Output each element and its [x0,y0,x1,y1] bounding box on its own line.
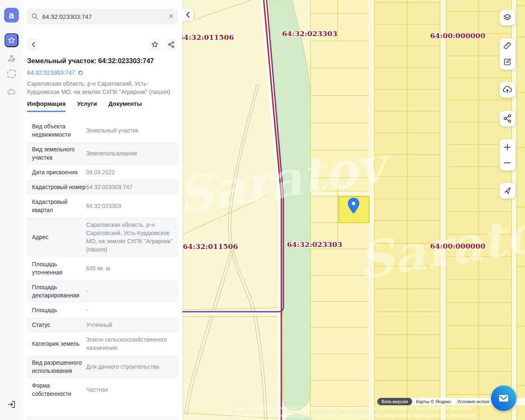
cadastral-number-link[interactable]: 64:32:023303:747 [27,69,84,76]
cad-label-011506-bottom: 64:32:011506 [183,242,238,251]
map-control-share-group [500,111,515,126]
row-label: Статус [32,321,86,329]
row-label: Дата присвоения [32,168,86,176]
dashed-square-icon [7,70,16,78]
cadastral-map[interactable]: Saratov Saratov 64:32:011506 64:32:02330… [183,0,525,420]
map-control-draw-group [500,39,515,70]
row-value: - [86,287,178,295]
table-row: Площадь уточненная635 кв. м [27,257,178,280]
object-address: Саратовская область, р-н Саратовский, Ус… [27,80,178,96]
row-label: Вид земельного участка [32,145,86,162]
row-label: Площадь [32,306,86,314]
table-row: Вид разрешенного использованияДля дачног… [27,355,178,378]
details-panel: ✕ Земельный участок: 64:32:023303:747 64… [23,0,182,420]
table-row: Площадь декларированная- [27,280,178,303]
map-control-locate-group [500,183,515,199]
feedback-chat-button[interactable] [491,386,516,411]
row-label: Площадь уточненная [32,260,86,276]
table-row: Вид земельного участкаЗемлепользование [27,142,178,165]
cadastral-number-text: 64:32:023303:747 [27,69,75,76]
map-control-layers-group [500,10,515,25]
row-label: Вид объекта недвижимости [32,122,86,139]
table-row: Категория земельЗемли сельскохозяйственн… [27,332,178,355]
table-row: Площадь- [27,303,178,317]
row-label: Категория земель [32,340,86,348]
locate-button[interactable] [500,183,515,199]
row-value: Землепользование [86,149,178,158]
measure-button[interactable] [500,39,515,54]
cloud-icon [7,87,16,97]
share-icon [502,114,512,123]
chevron-left-icon [32,42,35,47]
plus-icon [503,143,511,151]
row-value: 09.09.2022 [86,168,178,176]
edit-icon [502,57,512,67]
panel-tabs: ИнформацияУслугиДокументы [27,100,178,112]
share-icon [167,41,175,48]
minus-icon [503,159,511,167]
zoom-in-button[interactable] [500,139,515,155]
row-label: Кадастровый номер [32,183,86,191]
table-row: СтатусУчтенный [27,317,178,332]
share-map-button[interactable] [500,111,515,126]
row-label: Кадастровый квартал [32,198,86,214]
row-label: Адрес [32,233,86,241]
cad-label-000000-top: 64:00:000000 [430,32,486,40]
table-row: Вид объекта недвижимостиЗемельный участо… [27,119,178,142]
exit-icon [7,400,16,409]
object-title: Земельный участок: 64:32:023303:747 [27,57,178,65]
sidebar-item-login[interactable] [6,399,16,409]
sidebar-item-objects[interactable] [6,53,16,64]
favorite-object-button[interactable] [148,38,161,50]
attributes-table: Вид объекта недвижимостиЗемельный участо… [27,119,178,401]
cad-label-023303-bottom: 64:32:023303 [287,240,342,249]
collapse-panel-button[interactable] [182,9,193,21]
star-icon [7,36,16,44]
tab-2[interactable]: Документы [108,100,142,112]
copy-icon[interactable] [78,70,84,76]
object-header-toolbar [27,38,178,50]
sidebar-item-area-select[interactable] [6,68,16,79]
star-icon [151,41,159,48]
tab-0[interactable]: Информация [27,100,66,112]
row-value: Земли сельскохозяйственного назначения [86,336,178,352]
row-value: Саратовская область, р-н Саратовский, Ус… [86,221,178,253]
cloud-upload-button[interactable] [500,82,515,98]
ruler-icon [502,41,512,51]
sidebar-item-cloud[interactable] [6,87,16,97]
tab-1[interactable]: Услуги [77,100,97,112]
share-object-button[interactable] [165,38,177,50]
next-row-peek [27,417,178,420]
table-row: Кадастровый номер64:32:023303:747 [27,180,178,194]
map-control-upload-group [500,82,515,98]
search-input[interactable] [42,13,169,20]
zoom-controls-group [500,139,515,171]
row-value: Для дачного строительства [86,363,178,371]
terms-link[interactable]: Условия испол [457,399,489,404]
icon-rail: a [0,0,23,420]
row-value: 635 кв. м [86,264,178,272]
table-row: Форма собственностиЧастная [27,378,178,401]
search-icon [31,13,39,20]
clear-search-button[interactable]: ✕ [169,13,174,20]
search-bar: ✕ [27,9,178,24]
edit-button[interactable] [500,54,515,70]
back-button[interactable] [27,38,39,50]
zoom-out-button[interactable] [500,155,515,171]
row-value: 64:32:023303:747 [86,183,178,191]
layers-button[interactable] [500,10,515,25]
sidebar-item-favorites[interactable] [5,33,18,47]
row-label: Вид разрешенного использования [32,358,86,375]
navigation-arrow-icon [502,186,512,196]
row-label: Форма собственности [32,381,86,398]
cloud-upload-icon [502,84,513,95]
row-label: Площадь декларированная [32,283,86,299]
table-row: АдресСаратовская область, р-н Саратовски… [27,217,178,257]
app-logo[interactable]: a [4,8,19,23]
row-value: 64:32:023303 [86,202,178,210]
cad-label-023303-top: 64:32:023303 [282,30,338,38]
envelope-icon [498,392,510,404]
layers-icon [502,13,512,23]
row-value: Частная [86,386,178,394]
yandex-copyright[interactable]: Карты © Яндекс [416,399,451,404]
